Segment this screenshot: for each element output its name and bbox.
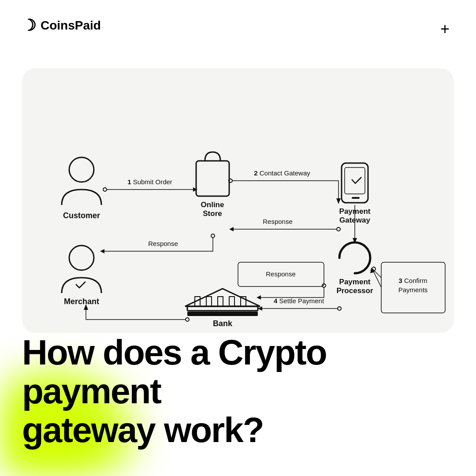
svg-marker-37 [257,295,261,300]
svg-rect-7 [352,197,360,199]
svg-rect-16 [229,297,234,306]
svg-marker-29 [229,227,234,231]
merchant-label: Merchant [64,297,99,306]
svg-text:4 Settle Payment: 4 Settle Payment [274,297,324,305]
svg-rect-12 [187,306,258,311]
svg-rect-15 [218,297,223,306]
svg-point-27 [337,227,340,231]
svg-marker-31 [100,249,104,253]
svg-text:3 Confirm: 3 Confirm [398,277,427,284]
svg-point-43 [338,307,341,310]
plus-icon: + [440,20,450,38]
customer-label: Customer [63,211,100,220]
svg-text:Processor: Processor [336,286,373,295]
svg-rect-14 [206,297,212,306]
svg-marker-25 [336,198,341,204]
diagram-card: Customer Merchant Online Store Payment G… [22,68,454,333]
svg-rect-2 [196,161,229,196]
svg-text:Online: Online [201,201,224,209]
logo-text: CoinsPaid [41,19,101,33]
svg-text:Store: Store [203,209,222,218]
svg-text:2 Contact Gateway: 2 Contact Gateway [254,169,310,177]
svg-text:Response: Response [266,270,296,278]
header: ☽ CoinsPaid [22,18,101,33]
svg-rect-18 [187,312,258,316]
svg-text:Payment: Payment [339,278,371,286]
svg-point-1 [69,245,94,270]
svg-point-0 [69,157,94,182]
svg-point-20 [103,188,107,191]
svg-rect-6 [345,167,365,194]
svg-point-48 [186,318,189,321]
headline-line1: How does a Crypto payment gateway work? [22,333,454,450]
svg-text:Bank: Bank [213,319,233,328]
svg-text:1 Submit Order: 1 Submit Order [127,178,172,186]
logo-icon: ☽ [22,18,36,33]
svg-point-30 [211,234,215,238]
bottom-headline: How does a Crypto payment gateway work? [22,333,454,450]
svg-text:Response: Response [263,218,293,225]
svg-text:Response: Response [148,240,178,247]
svg-text:Payments: Payments [398,286,428,294]
